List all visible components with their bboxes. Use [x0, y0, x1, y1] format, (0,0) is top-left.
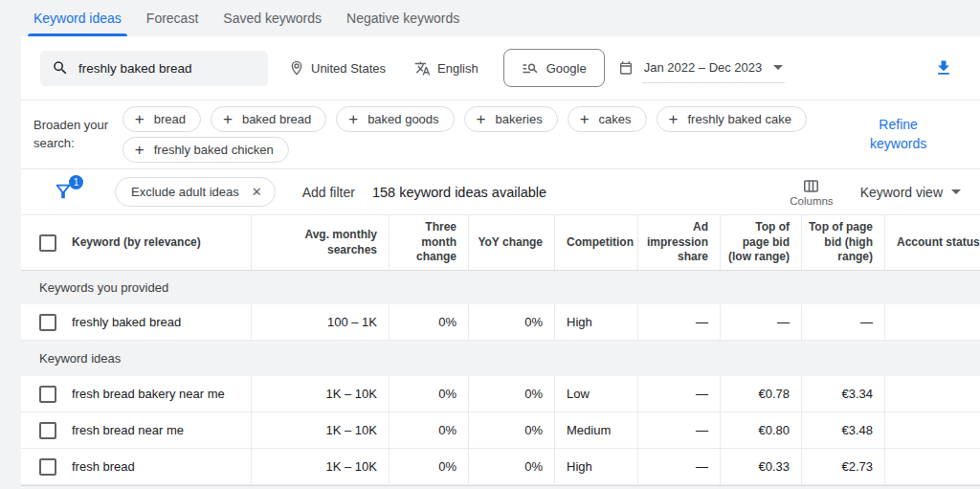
- ad-impression-share-cell: —: [638, 376, 721, 411]
- competition-cell: Low: [555, 376, 638, 411]
- tab-negative-keywords[interactable]: Negative keywords: [346, 0, 459, 36]
- three-month-change-cell: 0%: [390, 412, 469, 448]
- chip-label: bakeries: [496, 112, 543, 126]
- yoy-change-cell: 0%: [469, 412, 555, 448]
- column-header-yoy-change[interactable]: YoY change: [469, 215, 555, 270]
- bid-high-cell: —: [802, 304, 885, 340]
- broaden-chip-freshly-baked-chicken[interactable]: +freshly baked chicken: [122, 137, 289, 163]
- chip-label: baked bread: [242, 112, 311, 126]
- row-checkbox[interactable]: [39, 314, 56, 331]
- broaden-chip-freshly-baked-cake[interactable]: +freshly baked cake: [657, 106, 807, 132]
- avg-searches-cell: 1K – 10K: [252, 412, 390, 448]
- chevron-down-icon: [773, 65, 783, 70]
- column-header-ad-impression-share[interactable]: Ad impression share: [638, 215, 721, 270]
- search-input[interactable]: [78, 61, 256, 76]
- keyword-view-dropdown[interactable]: Keyword view: [860, 185, 961, 200]
- search-icon: [52, 59, 69, 77]
- plus-icon: +: [669, 111, 679, 127]
- chip-label: baked goods: [368, 112, 438, 126]
- account-status-cell: [885, 449, 980, 484]
- broaden-chip-bread[interactable]: +bread: [122, 106, 201, 132]
- three-month-change-cell: 0%: [390, 376, 469, 411]
- table-row: fresh bread bakery near me 1K – 10K 0% 0…: [21, 376, 980, 412]
- broaden-chip-baked-bread[interactable]: +baked bread: [211, 106, 326, 132]
- account-status-cell: [885, 412, 980, 448]
- filter-funnel-button[interactable]: 1: [53, 181, 76, 204]
- tab-forecast[interactable]: Forecast: [146, 0, 198, 36]
- manage-search-icon: [522, 59, 539, 77]
- bid-high-cell: €2.73: [802, 449, 885, 484]
- keyword-search-box[interactable]: [40, 51, 268, 86]
- broaden-chip-cakes[interactable]: +cakes: [568, 106, 647, 132]
- add-filter-button[interactable]: Add filter: [302, 185, 355, 200]
- date-range-picker[interactable]: Jan 2022 – Dec 2023: [618, 54, 786, 83]
- ideas-count-text: 158 keyword ideas available: [372, 185, 546, 200]
- close-icon[interactable]: ✕: [252, 185, 262, 199]
- broaden-search-section: Broaden your search: +bread +baked bread…: [21, 100, 980, 169]
- ad-impression-share-cell: —: [638, 449, 721, 484]
- three-month-change-cell: 0%: [390, 304, 469, 340]
- section-header-keyword-ideas: Keyword ideas: [21, 341, 980, 376]
- date-range-label-wrap: Jan 2022 – Dec 2023: [642, 54, 786, 83]
- row-checkbox[interactable]: [39, 422, 56, 439]
- download-button[interactable]: [934, 58, 953, 78]
- column-header-top-of-page-bid-low[interactable]: Top of page bid (low range): [721, 215, 802, 270]
- bid-low-cell: €0.80: [721, 412, 802, 448]
- competition-cell: High: [555, 304, 638, 340]
- content-card: United States English Google Jan: [21, 36, 980, 489]
- tab-keyword-ideas[interactable]: Keyword ideas: [33, 0, 122, 36]
- keyword-cell: fresh bread near me: [72, 423, 184, 437]
- column-header-keyword[interactable]: Keyword (by relevance): [72, 235, 201, 251]
- columns-icon: [802, 177, 820, 195]
- chip-label: bread: [154, 112, 186, 126]
- plus-icon: +: [477, 111, 486, 127]
- column-header-three-month-change[interactable]: Three month change: [390, 215, 469, 270]
- tab-label: Forecast: [146, 11, 198, 26]
- keyword-view-label: Keyword view: [860, 185, 943, 200]
- column-header-avg-monthly-searches[interactable]: Avg. monthly searches: [252, 215, 390, 270]
- bid-low-cell: €0.33: [721, 449, 802, 484]
- table-row: fresh bread near me 1K – 10K 0% 0% Mediu…: [21, 412, 980, 449]
- yoy-change-cell: 0%: [469, 304, 555, 340]
- tab-label: Negative keywords: [346, 11, 459, 26]
- plus-icon: +: [135, 142, 145, 158]
- columns-button[interactable]: Columns: [790, 177, 833, 207]
- column-header-top-of-page-bid-high[interactable]: Top of page bid (high range): [802, 215, 885, 270]
- chip-label: cakes: [599, 112, 632, 126]
- account-status-cell: [885, 304, 980, 340]
- tab-saved-keywords[interactable]: Saved keywords: [223, 0, 322, 36]
- chip-label: freshly baked cake: [688, 112, 791, 126]
- table-row: fresh bread 1K – 10K 0% 0% High — €0.33 …: [21, 449, 980, 485]
- column-header-account-status[interactable]: Account status: [885, 215, 980, 270]
- tab-label: Keyword ideas: [33, 11, 122, 26]
- language-selector[interactable]: English: [414, 60, 479, 77]
- column-header-competition[interactable]: Competition: [555, 215, 638, 270]
- top-tab-bar: Keyword ideas Forecast Saved keywords Ne…: [0, 0, 980, 36]
- location-pin-icon: [289, 60, 304, 76]
- refine-keywords-link[interactable]: Refine keywords: [857, 116, 940, 153]
- search-toolbar: United States English Google Jan: [21, 36, 980, 100]
- broaden-chip-baked-goods[interactable]: +baked goods: [336, 106, 454, 132]
- avg-searches-cell: 1K – 10K: [252, 449, 390, 484]
- bid-high-cell: €3.48: [802, 412, 885, 448]
- calendar-icon: [618, 60, 634, 76]
- bid-low-cell: €0.78: [721, 376, 802, 411]
- competition-cell: Medium: [555, 412, 638, 448]
- keyword-planner-screen: Keyword ideas Forecast Saved keywords Ne…: [0, 0, 980, 489]
- download-icon: [934, 58, 953, 78]
- keyword-cell: fresh bread bakery near me: [72, 387, 225, 401]
- account-status-cell: [885, 376, 980, 411]
- table-header-row: Keyword (by relevance) Avg. monthly sear…: [21, 215, 980, 271]
- avg-searches-cell: 1K – 10K: [252, 376, 390, 411]
- active-filter-chip[interactable]: Exclude adult ideas ✕: [115, 177, 276, 207]
- broaden-chip-bakeries[interactable]: +bakeries: [464, 106, 558, 132]
- network-label: Google: [546, 61, 587, 76]
- row-checkbox[interactable]: [39, 386, 56, 403]
- network-selector-button[interactable]: Google: [503, 49, 605, 87]
- location-label: United States: [311, 61, 386, 76]
- table-row: freshly baked bread 100 – 1K 0% 0% High …: [21, 304, 980, 341]
- location-selector[interactable]: United States: [289, 60, 386, 76]
- columns-label: Columns: [790, 195, 833, 207]
- select-all-checkbox[interactable]: [39, 234, 56, 252]
- row-checkbox[interactable]: [39, 458, 56, 476]
